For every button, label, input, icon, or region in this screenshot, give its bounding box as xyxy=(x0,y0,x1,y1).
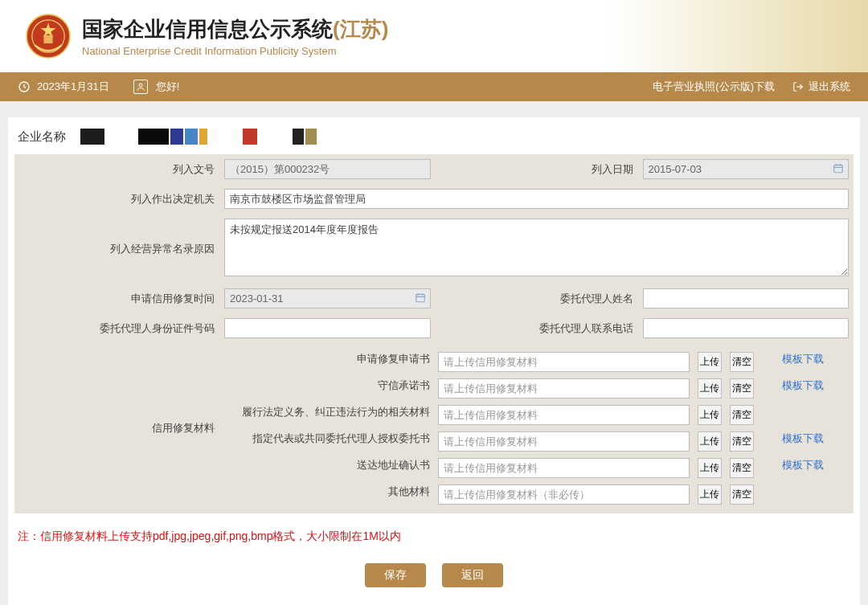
agent-name-label: 委托代理人姓名 xyxy=(436,284,638,313)
svg-point-5 xyxy=(139,84,142,87)
upload-button[interactable]: 上传 xyxy=(698,431,722,452)
agent-id-label: 委托代理人身份证件号码 xyxy=(14,313,219,343)
upload-button[interactable]: 上传 xyxy=(698,378,722,399)
logout-icon xyxy=(792,81,804,92)
reason-label: 列入经营异常名录原因 xyxy=(14,214,219,284)
redacted-info xyxy=(72,129,317,145)
info-bar: 2023年1月31日 您好! 电子营业执照(公示版)下载 退出系统 xyxy=(0,72,868,101)
material-file-input[interactable] xyxy=(438,405,690,425)
decision-org-input[interactable] xyxy=(224,189,849,209)
page-subtitle: National Enterprise Credit Information P… xyxy=(82,45,388,57)
template-download-link[interactable]: 模板下载 xyxy=(782,459,824,471)
upload-button[interactable]: 上传 xyxy=(698,484,722,505)
download-license-link[interactable]: 电子营业执照(公示版)下载 xyxy=(653,80,775,94)
apply-time-input[interactable] xyxy=(224,288,431,309)
current-date: 2023年1月31日 xyxy=(37,80,109,94)
user-icon xyxy=(133,80,148,94)
clear-button[interactable]: 清空 xyxy=(730,378,754,399)
material-row-label: 守信承诺书 xyxy=(226,376,433,401)
svg-rect-3 xyxy=(43,35,52,43)
clear-button[interactable]: 清空 xyxy=(730,431,754,452)
material-file-input[interactable] xyxy=(438,458,690,478)
clear-button[interactable]: 清空 xyxy=(730,405,754,425)
upload-button[interactable]: 上传 xyxy=(698,405,722,425)
header: 国家企业信用信息公示系统(江苏) National Enterprise Cre… xyxy=(0,0,868,72)
materials-section-label: 信用修复材料 xyxy=(14,343,219,513)
greeting: 您好! xyxy=(156,80,180,94)
template-download-link[interactable]: 模板下载 xyxy=(782,353,824,365)
upload-note: 注：信用修复材料上传支持pdf,jpg,jpeg,gif,png,bmp格式，大… xyxy=(14,513,854,544)
logout-link[interactable]: 退出系统 xyxy=(792,80,850,94)
clear-button[interactable]: 清空 xyxy=(730,458,754,478)
material-file-input[interactable] xyxy=(438,484,690,505)
material-file-input[interactable] xyxy=(438,431,690,452)
clear-button[interactable]: 清空 xyxy=(730,352,754,372)
agent-phone-label: 委托代理人联系电话 xyxy=(436,313,638,343)
material-file-input[interactable] xyxy=(438,378,690,399)
template-download-link[interactable]: 模板下载 xyxy=(782,432,824,444)
reason-textarea[interactable]: 未按规定报送2014年度年度报告 xyxy=(224,219,849,276)
page-title: 国家企业信用信息公示系统(江苏) xyxy=(82,15,388,43)
template-download-link[interactable]: 模板下载 xyxy=(782,379,824,391)
material-row-label: 其他材料 xyxy=(226,482,433,507)
material-row-label: 履行法定义务、纠正违法行为的相关材料 xyxy=(226,403,433,427)
doc-no-label: 列入文号 xyxy=(14,154,219,184)
upload-button[interactable]: 上传 xyxy=(698,458,722,478)
upload-button[interactable]: 上传 xyxy=(698,352,722,372)
material-file-input[interactable] xyxy=(438,352,690,372)
date-in-label: 列入日期 xyxy=(436,154,638,184)
agent-phone-input[interactable] xyxy=(643,318,850,338)
decision-org-label: 列入作出决定机关 xyxy=(14,184,219,214)
doc-no-input xyxy=(224,159,431,179)
enterprise-row: 企业名称 xyxy=(14,124,854,154)
back-button[interactable]: 返回 xyxy=(442,563,503,587)
national-emblem-icon xyxy=(26,14,71,59)
material-row-label: 送达地址确认书 xyxy=(226,456,433,480)
material-row-label: 指定代表或共同委托代理人授权委托书 xyxy=(226,429,433,454)
clear-button[interactable]: 清空 xyxy=(730,484,754,505)
date-in-input xyxy=(643,159,850,179)
enterprise-label: 企业名称 xyxy=(18,129,66,145)
agent-name-input[interactable] xyxy=(643,288,850,309)
material-row-label: 申请修复申请书 xyxy=(226,350,433,374)
clock-icon xyxy=(18,80,31,93)
apply-time-label: 申请信用修复时间 xyxy=(14,284,219,313)
agent-id-input[interactable] xyxy=(224,318,431,338)
save-button[interactable]: 保存 xyxy=(365,563,426,587)
